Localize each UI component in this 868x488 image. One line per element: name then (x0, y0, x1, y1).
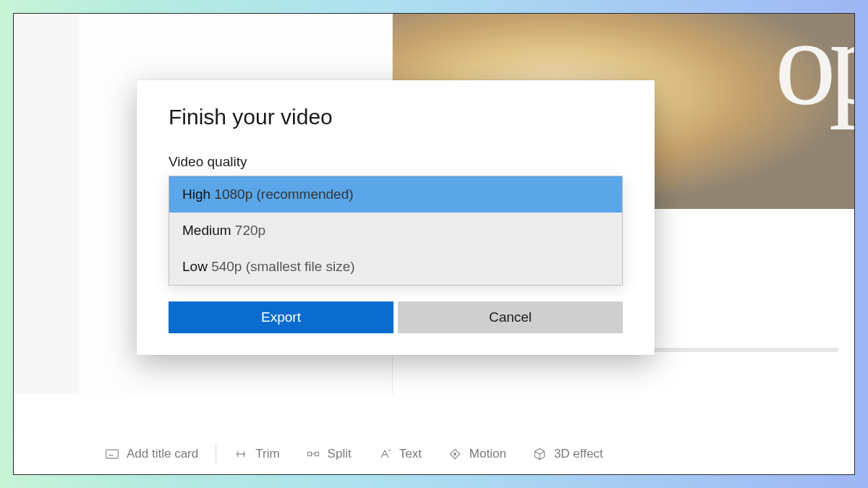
svg-rect-0 (106, 450, 119, 458)
option-detail: 540p (smallest file size) (211, 259, 355, 274)
cube-icon (532, 447, 547, 461)
option-name: Medium (182, 223, 231, 238)
text-icon (378, 447, 392, 461)
trim-icon (234, 447, 248, 461)
toolbar-label: Split (328, 447, 352, 461)
toolbar-3d-effects[interactable]: 3D effect (519, 434, 616, 474)
toolbar-label: Add title card (127, 447, 198, 461)
option-name: High (182, 187, 210, 202)
option-detail: 1080p (recommended) (214, 187, 353, 202)
toolbar-label: 3D effect (554, 447, 603, 461)
app-window: op Add title card Trim (13, 13, 855, 475)
cancel-button[interactable]: Cancel (398, 301, 623, 333)
toolbar-motion[interactable]: Motion (435, 434, 519, 474)
editor-toolbar: Add title card Trim Split (14, 434, 854, 474)
quality-option-medium[interactable]: Medium 720p (169, 213, 622, 249)
toolbar-trim[interactable]: Trim (221, 434, 292, 474)
quality-option-high[interactable]: High 1080p (recommended) (169, 176, 622, 213)
toolbar-label: Motion (469, 447, 506, 461)
storyboard-gutter (14, 14, 79, 394)
dialog-button-row: Export Cancel (169, 301, 623, 333)
dialog-title: Finish your video (169, 105, 623, 129)
toolbar-text[interactable]: Text (365, 434, 435, 474)
video-quality-dropdown[interactable]: High 1080p (recommended) Medium 720p Low… (169, 176, 623, 286)
title-card-icon (105, 447, 119, 461)
toolbar-label: Text (399, 447, 422, 461)
option-name: Low (182, 259, 208, 274)
video-quality-label: Video quality (169, 154, 623, 170)
preview-overlay-text: op (775, 14, 854, 133)
toolbar-separator (216, 445, 216, 463)
toolbar-label: Trim (255, 447, 279, 461)
quality-option-low[interactable]: Low 540p (smallest file size) (169, 249, 622, 285)
toolbar-split[interactable]: Split (293, 434, 365, 474)
svg-rect-6 (315, 453, 318, 456)
svg-point-10 (454, 453, 456, 455)
option-detail: 720p (235, 223, 265, 238)
export-button[interactable]: Export (169, 301, 393, 333)
finish-video-dialog: Finish your video Video quality High 108… (137, 80, 655, 355)
motion-icon (448, 447, 462, 461)
svg-rect-5 (307, 453, 311, 456)
split-icon (306, 447, 320, 461)
toolbar-add-title-card[interactable]: Add title card (92, 434, 211, 474)
